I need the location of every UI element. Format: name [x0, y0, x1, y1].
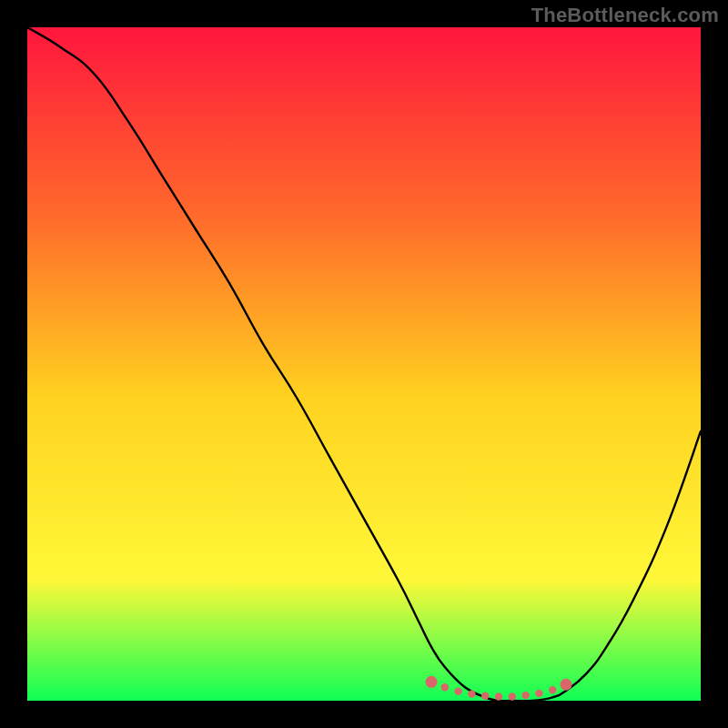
optimal-marker	[521, 692, 529, 699]
optimal-marker	[441, 683, 449, 691]
plot-area	[27, 27, 701, 701]
optimal-marker	[481, 693, 489, 700]
optimal-marker	[549, 686, 556, 693]
chart-svg	[27, 27, 701, 701]
optimal-marker	[561, 679, 572, 691]
optimal-marker	[495, 693, 502, 700]
optimal-marker	[468, 690, 475, 697]
optimal-marker	[509, 693, 516, 700]
chart-frame: TheBottleneck.com	[0, 0, 728, 728]
optimal-marker	[426, 676, 438, 688]
gradient-background	[27, 27, 701, 701]
optimal-marker	[535, 690, 542, 697]
optimal-marker	[454, 687, 461, 694]
watermark-text: TheBottleneck.com	[531, 4, 719, 27]
